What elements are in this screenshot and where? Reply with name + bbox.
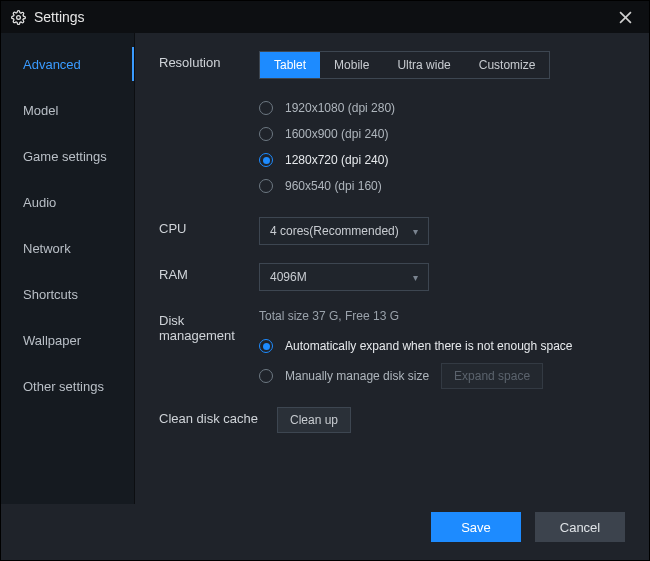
sidebar-item-label: Audio	[23, 195, 56, 210]
window-title: Settings	[34, 9, 619, 25]
sidebar-item-label: Advanced	[23, 57, 81, 72]
sidebar-item-wallpaper[interactable]: Wallpaper	[1, 317, 135, 363]
radio-icon	[259, 369, 273, 383]
sidebar: Advanced Model Game settings Audio Netwo…	[1, 33, 135, 504]
option-label: 960x540 (dpi 160)	[285, 179, 382, 193]
resolution-tabs: Tablet Mobile Ultra wide Customize	[259, 51, 550, 79]
sidebar-item-label: Other settings	[23, 379, 104, 394]
resolution-option[interactable]: 1280x720 (dpi 240)	[259, 147, 625, 173]
disk-option-manual[interactable]: Manually manage disk size Expand space	[259, 363, 625, 389]
resolution-option[interactable]: 1600x900 (dpi 240)	[259, 121, 625, 147]
sidebar-item-game-settings[interactable]: Game settings	[1, 133, 135, 179]
radio-icon	[259, 101, 273, 115]
sidebar-item-advanced[interactable]: Advanced	[1, 41, 135, 87]
tab-label: Mobile	[334, 58, 369, 72]
sidebar-item-shortcuts[interactable]: Shortcuts	[1, 271, 135, 317]
sidebar-item-label: Game settings	[23, 149, 107, 164]
radio-icon	[259, 179, 273, 193]
save-button[interactable]: Save	[431, 512, 521, 542]
content-pane: Resolution Tablet Mobile Ultra wide Cust…	[135, 33, 649, 504]
resolution-options: 1920x1080 (dpi 280) 1600x900 (dpi 240) 1…	[259, 95, 625, 199]
window-body: Advanced Model Game settings Audio Netwo…	[1, 33, 649, 504]
resolution-option[interactable]: 960x540 (dpi 160)	[259, 173, 625, 199]
sidebar-item-model[interactable]: Model	[1, 87, 135, 133]
tab-tablet[interactable]: Tablet	[260, 52, 320, 78]
disk-option-auto[interactable]: Automatically expand when there is not e…	[259, 333, 625, 359]
clean-label: Clean disk cache	[159, 407, 277, 426]
option-label: 1280x720 (dpi 240)	[285, 153, 388, 167]
option-label: 1600x900 (dpi 240)	[285, 127, 388, 141]
tab-ultra-wide[interactable]: Ultra wide	[383, 52, 464, 78]
option-label: 1920x1080 (dpi 280)	[285, 101, 395, 115]
radio-icon	[259, 339, 273, 353]
sidebar-item-label: Shortcuts	[23, 287, 78, 302]
row-resolution: Resolution Tablet Mobile Ultra wide Cust…	[159, 51, 625, 199]
disk-info: Total size 37 G, Free 13 G	[259, 309, 625, 323]
row-cpu: CPU 4 cores(Recommended) ▾	[159, 217, 625, 245]
resolution-option[interactable]: 1920x1080 (dpi 280)	[259, 95, 625, 121]
cancel-button[interactable]: Cancel	[535, 512, 625, 542]
tab-label: Customize	[479, 58, 536, 72]
chevron-down-icon: ▾	[413, 272, 418, 283]
ram-select[interactable]: 4096M ▾	[259, 263, 429, 291]
radio-icon	[259, 127, 273, 141]
settings-window: Settings Advanced Model Game settings Au…	[0, 0, 650, 561]
ram-label: RAM	[159, 263, 259, 282]
gear-icon	[11, 10, 26, 25]
cpu-value: 4 cores(Recommended)	[270, 224, 399, 238]
title-bar: Settings	[1, 1, 649, 33]
expand-space-button: Expand space	[441, 363, 543, 389]
row-clean: Clean disk cache Clean up	[159, 407, 625, 433]
ram-value: 4096M	[270, 270, 307, 284]
tab-customize[interactable]: Customize	[465, 52, 550, 78]
svg-point-0	[17, 15, 21, 19]
sidebar-item-label: Network	[23, 241, 71, 256]
tab-label: Tablet	[274, 58, 306, 72]
cpu-label: CPU	[159, 217, 259, 236]
close-button[interactable]	[619, 11, 639, 24]
row-disk: Disk management Total size 37 G, Free 13…	[159, 309, 625, 389]
tab-label: Ultra wide	[397, 58, 450, 72]
sidebar-item-label: Model	[23, 103, 58, 118]
option-label: Automatically expand when there is not e…	[285, 339, 573, 353]
clean-up-button[interactable]: Clean up	[277, 407, 351, 433]
disk-label: Disk management	[159, 309, 259, 343]
sidebar-item-label: Wallpaper	[23, 333, 81, 348]
radio-icon	[259, 153, 273, 167]
sidebar-item-network[interactable]: Network	[1, 225, 135, 271]
row-ram: RAM 4096M ▾	[159, 263, 625, 291]
resolution-label: Resolution	[159, 51, 259, 70]
tab-mobile[interactable]: Mobile	[320, 52, 383, 78]
footer: Save Cancel	[1, 504, 649, 560]
sidebar-item-audio[interactable]: Audio	[1, 179, 135, 225]
sidebar-item-other-settings[interactable]: Other settings	[1, 363, 135, 409]
cpu-select[interactable]: 4 cores(Recommended) ▾	[259, 217, 429, 245]
option-label: Manually manage disk size	[285, 369, 429, 383]
chevron-down-icon: ▾	[413, 226, 418, 237]
